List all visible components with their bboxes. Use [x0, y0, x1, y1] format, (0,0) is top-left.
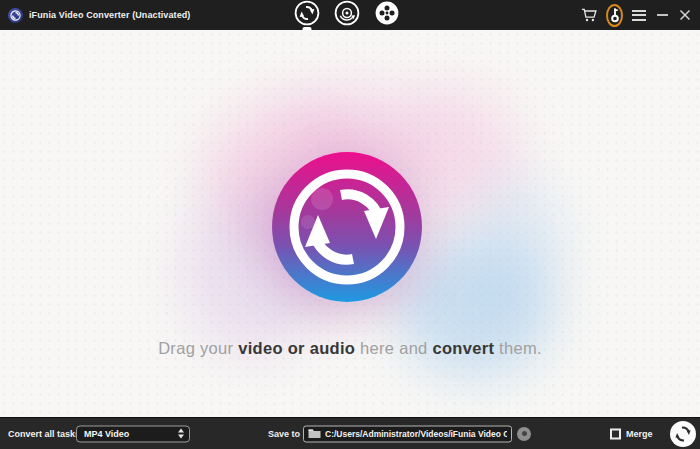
register-key-icon[interactable] — [606, 4, 623, 27]
window-title: iFunia Video Converter (Unactivated) — [29, 10, 190, 20]
start-convert-button[interactable] — [670, 421, 696, 447]
output-path-value: C:/Users/Administrator/Videos/iFunia Vid… — [325, 429, 507, 439]
save-to-label: Save to — [268, 429, 300, 439]
minimize-icon[interactable] — [656, 14, 668, 16]
movie-reel-icon — [374, 0, 400, 30]
drop-area[interactable]: Drag your video or audio here and conver… — [0, 30, 700, 417]
folder-icon — [308, 429, 321, 439]
cart-icon[interactable] — [581, 7, 598, 23]
app-logo-icon — [8, 8, 23, 23]
tab-convert[interactable] — [294, 0, 320, 30]
watercolor-wash — [468, 178, 563, 303]
output-path-field[interactable]: C:/Users/Administrator/Videos/iFunia Vid… — [303, 425, 512, 442]
mode-tabs — [294, 0, 400, 30]
menu-icon[interactable] — [631, 10, 646, 21]
titlebar-actions — [581, 0, 692, 30]
convert-cycle-icon — [294, 0, 320, 30]
drop-hint-text: Drag your video or audio here and conver… — [0, 339, 700, 358]
bottom-bar: Convert all tasks to MP4 Video Save to C… — [0, 417, 700, 449]
format-select-value: MP4 Video — [84, 429, 178, 439]
close-icon[interactable] — [678, 9, 692, 21]
tab-movie-maker[interactable] — [374, 0, 400, 30]
title-bar: iFunia Video Converter (Unactivated) — [0, 0, 700, 30]
format-select[interactable]: MP4 Video — [76, 425, 190, 442]
merge-checkbox[interactable] — [610, 428, 621, 439]
open-output-folder-button[interactable] — [517, 427, 531, 441]
title-group: iFunia Video Converter (Unactivated) — [8, 0, 190, 30]
app-window: iFunia Video Converter (Unactivated) — [0, 0, 700, 449]
tab-disc-ripper[interactable] — [334, 0, 360, 30]
merge-label: Merge — [626, 429, 653, 439]
convert-cycle-logo — [272, 152, 422, 302]
select-stepper-icon — [178, 429, 184, 439]
active-tab-indicator — [303, 27, 312, 30]
disc-ripper-icon — [334, 0, 360, 30]
